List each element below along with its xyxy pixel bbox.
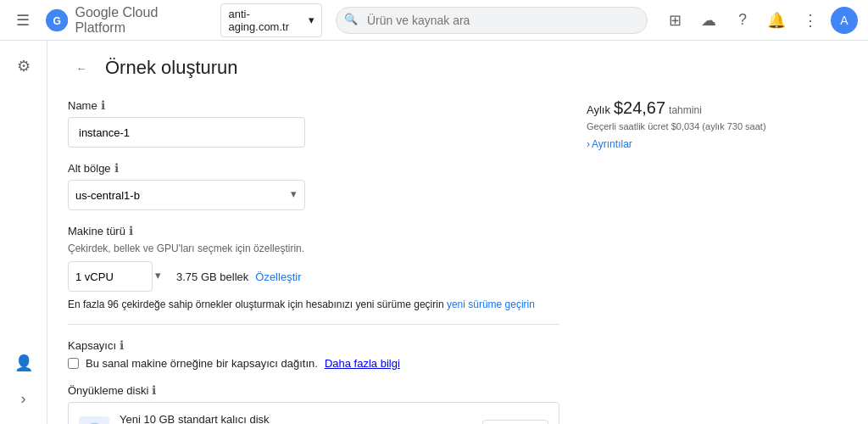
machine-memory: 3.75 GB bellek bbox=[176, 271, 248, 283]
more-options-icon[interactable]: ⋮ bbox=[797, 7, 824, 34]
main-content: ← Örnek oluşturun Name ℹ Alt bölge ℹ bbox=[47, 41, 868, 424]
name-label: Name ℹ bbox=[68, 98, 559, 112]
svg-text:G: G bbox=[53, 14, 61, 26]
boot-disk-card: 💿 Yeni 10 GB standart kalıcı disk Görünt… bbox=[68, 402, 559, 424]
vcpu-select-wrapper: 1 vCPU bbox=[68, 261, 170, 292]
name-field-group: Name ℹ bbox=[68, 98, 559, 148]
upgrade-notice: En fazla 96 çekirdeğe sahip örnekler olu… bbox=[68, 298, 559, 310]
change-disk-button[interactable]: Değiştir bbox=[482, 420, 548, 425]
topbar-left: ☰ G Google Cloud Platform anti-aging.com… bbox=[10, 3, 322, 37]
pricing-card: Aylık $24,67 tahmini Geçerli saatlik ücr… bbox=[587, 98, 773, 150]
estimate-label: tahmini bbox=[669, 104, 702, 116]
details-label: Ayrıntılar bbox=[592, 138, 632, 150]
topbar-logo: G Google Cloud Platform bbox=[46, 5, 203, 36]
sidebar: ⚙ 👤 › bbox=[0, 41, 47, 424]
container-more-link[interactable]: Daha fazla bilgi bbox=[325, 357, 400, 370]
region-select[interactable]: us-central1-b bbox=[68, 180, 305, 210]
boot-disk-info-icon[interactable]: ℹ bbox=[152, 383, 156, 397]
vcpu-select[interactable]: 1 vCPU bbox=[68, 261, 153, 292]
menu-icon[interactable]: ☰ bbox=[10, 7, 36, 34]
page-header: ← Örnek oluşturun bbox=[68, 54, 848, 81]
price-row: Aylık $24,67 tahmini bbox=[587, 98, 773, 118]
container-field-group: Kapsayıcı ℹ Bu sanal makine örneğine bir… bbox=[68, 338, 559, 370]
boot-disk-field-group: Önyükleme diski ℹ 💿 Yeni 10 GB standart … bbox=[68, 383, 559, 424]
project-name: anti-aging.com.tr bbox=[228, 8, 305, 33]
sidebar-add-icon[interactable]: 👤 bbox=[7, 346, 41, 380]
cloud-icon[interactable]: ☁ bbox=[695, 7, 722, 34]
details-link[interactable]: › Ayrıntılar bbox=[587, 138, 773, 150]
price-amount: $24,67 bbox=[614, 98, 665, 118]
page-title: Örnek oluşturun bbox=[105, 57, 238, 79]
boot-disk-label: Önyükleme diski ℹ bbox=[68, 383, 559, 397]
form-left: Name ℹ Alt bölge ℹ us-central1-b bbox=[68, 98, 559, 424]
name-info-icon[interactable]: ℹ bbox=[101, 98, 105, 112]
disk-icon: 💿 bbox=[79, 416, 109, 424]
help-icon[interactable]: ? bbox=[729, 7, 756, 34]
region-info-icon[interactable]: ℹ bbox=[114, 161, 119, 175]
container-checkbox[interactable] bbox=[68, 358, 79, 369]
project-selector[interactable]: anti-aging.com.tr ▾ bbox=[220, 3, 322, 37]
price-detail: Geçerli saatlik ücret $0,034 (aylık 730 … bbox=[587, 121, 773, 131]
back-button[interactable]: ← bbox=[68, 54, 95, 81]
app-title: Google Cloud Platform bbox=[75, 5, 203, 36]
disk-name: Yeni 10 GB standart kalıcı disk bbox=[120, 413, 472, 424]
machine-type-field-group: Makine türü ℹ Çekirdek, bellek ve GPU'la… bbox=[68, 224, 559, 310]
container-label: Kapsayıcı ℹ bbox=[68, 338, 559, 352]
form-container: Name ℹ Alt bölge ℹ us-central1-b bbox=[68, 98, 848, 424]
container-desc: Bu sanal makine örneğine bir kapsayıcı d… bbox=[86, 357, 318, 370]
region-label: Alt bölge ℹ bbox=[68, 161, 559, 175]
chevron-right-icon: › bbox=[587, 138, 590, 150]
disk-info: Yeni 10 GB standart kalıcı disk Görüntü … bbox=[120, 413, 472, 424]
region-select-wrapper: us-central1-b bbox=[68, 180, 305, 210]
pricing-panel: Aylık $24,67 tahmini Geçerli saatlik ücr… bbox=[587, 98, 773, 424]
gcp-logo-icon: G bbox=[46, 8, 68, 32]
container-checkbox-row: Bu sanal makine örneğine bir kapsayıcı d… bbox=[68, 357, 559, 370]
search-bar: 🔍 bbox=[336, 7, 648, 34]
machine-type-desc: Çekirdek, bellek ve GPU'ları seçmek için… bbox=[68, 243, 559, 254]
machine-row: 1 vCPU 3.75 GB bellek Özelleştir bbox=[68, 261, 559, 292]
notifications-icon[interactable]: 🔔 bbox=[763, 7, 790, 34]
machine-type-label: Makine türü ℹ bbox=[68, 224, 559, 237]
name-input[interactable] bbox=[68, 117, 305, 148]
apps-icon[interactable]: ⊞ bbox=[661, 7, 688, 34]
region-field-group: Alt bölge ℹ us-central1-b bbox=[68, 161, 559, 210]
sidebar-collapse-icon[interactable]: › bbox=[7, 382, 41, 416]
container-info-icon[interactable]: ℹ bbox=[120, 338, 124, 352]
upgrade-link[interactable]: yeni sürüme geçirin bbox=[447, 298, 535, 310]
topbar-right: ⊞ ☁ ? 🔔 ⋮ A bbox=[661, 7, 858, 34]
customize-link[interactable]: Özelleştir bbox=[255, 271, 301, 283]
monthly-label: Aylık bbox=[587, 103, 610, 116]
search-icon: 🔍 bbox=[344, 13, 358, 25]
user-avatar[interactable]: A bbox=[831, 7, 858, 34]
search-input[interactable] bbox=[336, 7, 648, 34]
topbar: ☰ G Google Cloud Platform anti-aging.com… bbox=[0, 0, 868, 41]
project-dropdown-icon: ▾ bbox=[309, 14, 314, 26]
machine-type-info-icon[interactable]: ℹ bbox=[129, 224, 133, 237]
sidebar-settings-icon[interactable]: ⚙ bbox=[7, 49, 41, 83]
